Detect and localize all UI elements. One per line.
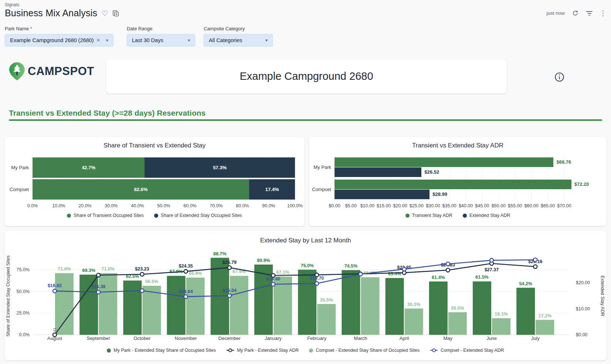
data-point[interactable] [140,289,144,293]
legend-label: Share of Extended Stay Occupied Sites [161,213,242,218]
bar[interactable] [492,318,510,335]
legend-item[interactable]: My Park - Extended Stay Share of Occupie… [107,348,216,353]
bar-value-label: 56.5% [145,279,158,284]
refresh-icon[interactable] [572,10,579,17]
bar[interactable] [99,273,117,335]
bar-segment[interactable]: 57.3% [145,157,295,178]
data-point[interactable] [96,290,100,294]
legend-item[interactable]: Compset - Extended Stay ADR [430,348,504,353]
clear-icon[interactable]: × [94,37,102,44]
legend-item[interactable]: Share of Extended Stay Occupied Sites [154,213,242,218]
date-range-select[interactable]: Last 30 Days ▾ [127,34,195,47]
legend-item[interactable]: Extended Stay ADR [463,213,510,218]
bar-value-label: 88.7% [213,251,226,256]
gridline [295,156,295,201]
data-point[interactable] [228,266,231,269]
campsite-category-select[interactable]: All Categories ▾ [204,34,273,47]
data-point[interactable] [271,282,275,286]
park-name-value: Example Campground 2680 (2680) [10,37,94,43]
data-point[interactable] [533,265,537,269]
park-name-select[interactable]: Example Campground 2680 (2680) × ▾ [5,34,113,47]
bar[interactable] [386,278,404,335]
x-axis-label: June [486,336,497,341]
required-asterisk: * [30,26,32,31]
bar-segment[interactable]: 42.7% [33,157,145,178]
data-point[interactable] [228,294,231,297]
x-axis-tick: 70.0% [204,203,228,208]
data-point[interactable] [96,273,100,277]
last-updated: just now [546,10,565,16]
data-point[interactable] [140,272,144,276]
bar[interactable] [361,277,379,335]
line-value-label: $16.39 [91,284,105,289]
bar-segment[interactable]: 17.4% [249,179,295,200]
bar-value-label: 65.9% [189,271,202,276]
bar-value-label: 65.4% [388,271,401,276]
bar[interactable] [274,276,292,335]
data-point[interactable] [53,289,57,293]
data-point[interactable] [315,282,319,285]
section-divider [9,119,602,121]
bar[interactable] [335,180,571,189]
value-label: $26.52 [424,167,439,177]
campsite-category-value: All Categories [209,37,242,43]
legend-line-icon [226,348,234,353]
line-value-label: $15.04 [223,288,237,293]
data-point[interactable] [403,267,406,271]
chevron-down-icon[interactable]: ▾ [106,38,108,43]
filter-icon[interactable] [586,11,593,16]
line-value-label: $19.40 [266,276,280,282]
copy-icon[interactable] [112,10,119,17]
data-point[interactable] [446,268,450,272]
legend-line-icon [430,348,438,353]
extended-stay-chart-plot: 0.0%25.0%50.0%75.0%$0.00$10.00$20.00Shar… [4,244,607,344]
legend-item[interactable]: Transient Stay ADR [405,213,452,218]
legend-dot-icon [309,348,313,353]
breadcrumb[interactable]: Signals [5,2,19,7]
data-point[interactable] [490,258,493,262]
bar[interactable] [342,270,360,335]
bar-value-label: 26.0% [451,306,464,311]
favorite-icon[interactable]: ♡ [101,10,108,17]
data-point[interactable] [533,258,537,262]
legend-label: Compset - Extended Stay Share of Occupie… [316,348,420,353]
bar[interactable] [448,312,467,335]
bar-value-label: 35.5% [320,297,333,303]
bar[interactable] [317,304,336,335]
y2-axis-tick: $0.00 [576,332,587,337]
bar[interactable] [405,309,423,335]
legend-item[interactable]: My Park - Extended Stay ADR [226,348,299,353]
legend-item[interactable]: Share of Transient Occupied Sites [67,213,144,218]
bar[interactable] [230,276,248,335]
bar[interactable] [79,275,98,335]
line-value-label: $19.70 [310,276,324,281]
data-point[interactable] [446,262,450,266]
bar-segment[interactable]: 82.6% [33,179,249,200]
extended-stay-chart-card: Extended Stay by Last 12 Month 0.0%25.0%… [4,231,607,360]
data-point[interactable] [184,269,188,273]
bar[interactable] [516,288,535,335]
share-chart-card: Share of Transient vs Extended Stay 0.0%… [4,137,305,226]
bar[interactable] [429,282,448,335]
legend-item[interactable]: Compset - Extended Stay Share of Occupie… [309,348,420,353]
bar[interactable] [473,281,491,335]
legend-label: Share of Transient Occupied Sites [74,213,144,218]
bar[interactable] [55,273,74,335]
kebab-menu-icon[interactable]: ⋮ [600,10,607,17]
stacked-bar: 82.6%17.4% [33,179,295,200]
bar[interactable] [536,320,554,335]
data-point[interactable] [184,295,188,299]
date-range-value: Last 30 Days [132,37,163,43]
bar[interactable] [335,157,553,167]
x-axis-label: August [47,336,62,341]
chevron-down-icon[interactable]: ▾ [188,38,190,43]
legend-dot-icon [405,214,410,218]
bar[interactable] [335,167,421,177]
bar[interactable] [123,280,142,335]
data-point[interactable] [359,272,362,276]
info-icon[interactable] [554,71,565,84]
chevron-down-icon[interactable]: ▾ [265,38,268,43]
bar[interactable] [335,190,430,199]
bar[interactable] [167,276,186,335]
bar[interactable] [186,278,205,335]
